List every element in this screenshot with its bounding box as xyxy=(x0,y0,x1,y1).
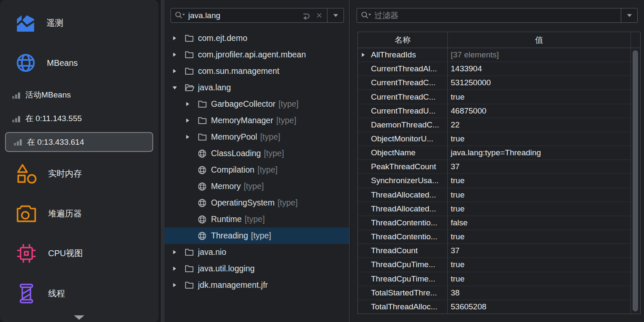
attribute-name: TotalStartedThre... xyxy=(371,288,437,298)
expand-arrow-icon[interactable] xyxy=(171,265,184,272)
expand-arrow-icon[interactable] xyxy=(171,282,184,288)
tree-item-jdk-management-jfr[interactable]: jdk.management.jfr xyxy=(165,277,349,293)
search-clear-x-icon[interactable] xyxy=(315,11,324,20)
filter-options-dropdown-button[interactable] xyxy=(621,8,637,22)
tree-item-java-util-logging[interactable]: java.util.logging xyxy=(165,260,349,277)
expand-arrow-icon[interactable] xyxy=(184,134,197,140)
sidebar-item-threads[interactable]: 线程 xyxy=(15,282,155,305)
attribute-row[interactable]: AllThreadIds[37 elements] xyxy=(358,48,630,62)
globe-icon xyxy=(197,198,211,208)
folder-open-icon xyxy=(184,82,198,93)
sidebar: 线程CPU视图堆遍历器实时内存在 0:13.433.614在 0:11.143.… xyxy=(0,0,159,322)
folder-icon xyxy=(184,280,198,290)
sidebar-item-telemetries[interactable]: 遥测 xyxy=(15,12,155,34)
column-header-name[interactable]: 名称 xyxy=(358,32,448,48)
expand-arrow-icon[interactable] xyxy=(360,52,366,58)
sidebar-item-label: 在 0:13.433.614 xyxy=(27,137,84,148)
attribute-value: 531250000 xyxy=(448,76,630,89)
tree-item-com-jprofiler-api-agent-mbean[interactable]: com.jprofiler.api.agent.mbean xyxy=(165,46,349,63)
tree-item-memory[interactable]: Memory[type] xyxy=(165,178,349,195)
attribute-name: ThreadCpuTime... xyxy=(371,274,435,284)
attribute-row[interactable]: CurrentThreadC...531250000 xyxy=(358,76,630,89)
tree-item-java-lang[interactable]: java.lang xyxy=(165,79,349,96)
table-header-row: 名称 值 xyxy=(358,32,640,48)
filter-input[interactable] xyxy=(374,11,621,20)
folder-icon xyxy=(184,49,198,60)
attribute-value: true xyxy=(448,202,630,216)
sidebar-more-chevron-down-icon[interactable] xyxy=(73,315,85,320)
expand-arrow-icon[interactable] xyxy=(184,101,197,107)
attribute-row[interactable]: TotalThreadAlloc...53605208 xyxy=(358,300,630,314)
attribute-value: 37 xyxy=(448,244,630,257)
bar-chart-icon xyxy=(12,114,21,123)
attribute-row[interactable]: ThreadCpuTime...true xyxy=(358,272,630,286)
expand-arrow-icon[interactable] xyxy=(184,117,197,124)
tree-item-java-nio[interactable]: java.nio xyxy=(165,244,349,260)
sidebar-item-mbeans[interactable]: MBeans xyxy=(15,52,155,74)
tree-item-memorypool[interactable]: MemoryPool[type] xyxy=(165,129,349,145)
globe-icon xyxy=(197,165,211,175)
attribute-value: true xyxy=(448,174,630,187)
attribute-row[interactable]: CurrentThreadAl...1433904 xyxy=(358,62,630,76)
column-header-value[interactable]: 值 xyxy=(448,32,630,48)
attribute-row[interactable]: ThreadContentio...true xyxy=(358,230,630,244)
attribute-row[interactable]: ThreadCount37 xyxy=(358,244,630,257)
attribute-row[interactable]: CurrentThreadC...true xyxy=(358,89,630,103)
expand-arrow-icon[interactable] xyxy=(171,68,184,74)
tree-item-classloading[interactable]: ClassLoading[type] xyxy=(165,145,349,162)
globe-icon xyxy=(197,149,211,159)
collapse-arrow-icon[interactable] xyxy=(171,84,184,91)
attribute-row[interactable]: ObjectNamejava.lang:type=Threading xyxy=(358,146,630,160)
folder-icon xyxy=(184,247,198,257)
attribute-row[interactable]: ThreadCpuTime...true xyxy=(358,257,630,271)
scrollbar-thumb[interactable] xyxy=(633,50,638,311)
tree-search-input[interactable] xyxy=(188,11,301,20)
tree-item-com-sun-management[interactable]: com.sun.management xyxy=(165,63,349,79)
sidebar-item-heap-walker[interactable]: 堆遍历器 xyxy=(15,202,155,225)
folder-icon xyxy=(197,132,211,142)
expand-arrow-icon[interactable] xyxy=(171,249,184,255)
attribute-name: AllThreadIds xyxy=(371,50,416,60)
attribute-name: ObjectMonitorU... xyxy=(371,134,433,143)
tree-item-compilation[interactable]: Compilation[type] xyxy=(165,162,349,178)
attribute-value: true xyxy=(448,90,630,103)
panel-edge-divider[interactable] xyxy=(349,0,350,322)
tree-item-runtime[interactable]: Runtime[type] xyxy=(165,211,349,227)
attribute-name: TotalThreadAlloc... xyxy=(371,302,437,311)
sidebar-item-cpu-views[interactable]: CPU视图 xyxy=(15,242,155,265)
attribute-name: ThreadCount xyxy=(371,246,418,255)
cpu-icon xyxy=(15,242,38,265)
tree-item-memorymanager[interactable]: MemoryManager[type] xyxy=(165,112,349,129)
attribute-name: CurrentThreadC... xyxy=(371,92,436,102)
expand-arrow-icon[interactable] xyxy=(171,51,184,58)
attribute-row[interactable]: TotalStartedThre...38 xyxy=(358,286,630,300)
attribute-value: true xyxy=(448,258,630,271)
sidebar-item-live-memory[interactable]: 实时内存 xyxy=(15,162,155,185)
attribute-row[interactable]: PeakThreadCount37 xyxy=(358,160,630,173)
tree-item-com-ejt-demo[interactable]: com.ejt.demo xyxy=(165,30,349,46)
spool-icon xyxy=(15,282,38,305)
tree-item-operatingsystem[interactable]: OperatingSystem[type] xyxy=(165,195,349,211)
tree-item-garbagecollector[interactable]: GarbageCollector[type] xyxy=(165,96,349,112)
filter-box xyxy=(357,8,638,23)
attribute-row[interactable]: ThreadAllocated...true xyxy=(358,202,630,216)
attribute-row[interactable]: ThreadContentio...false xyxy=(358,216,630,230)
attribute-row[interactable]: SynchronizerUsa...true xyxy=(358,173,630,187)
attribute-row[interactable]: DaemonThreadC...22 xyxy=(358,118,630,132)
sidebar-item-at-0-11-143-555[interactable]: 在 0:11.143.555 xyxy=(12,114,155,123)
sidebar-item-label: CPU视图 xyxy=(48,248,83,259)
sidebar-item-active-mbeans[interactable]: 活动MBeans xyxy=(12,90,155,100)
vertical-scrollbar[interactable] xyxy=(630,48,640,314)
bar-chart-icon xyxy=(14,138,22,146)
attribute-name: ThreadContentio... xyxy=(371,218,437,227)
table-body: AllThreadIds[37 elements]CurrentThreadAl… xyxy=(358,48,640,314)
attribute-row[interactable]: CurrentThreadU...46875000 xyxy=(358,104,630,118)
attribute-row[interactable]: ObjectMonitorU...true xyxy=(358,132,630,146)
tree-item-threading[interactable]: Threading[type] xyxy=(165,227,349,244)
attribute-row[interactable]: ThreadAllocated...true xyxy=(358,188,630,202)
panel-divider[interactable] xyxy=(161,0,165,322)
expand-arrow-icon[interactable] xyxy=(171,35,184,41)
search-wrap-around-icon[interactable] xyxy=(301,11,311,20)
search-options-dropdown-button[interactable] xyxy=(327,8,344,22)
sidebar-item-at-0-13-433-614[interactable]: 在 0:13.433.614 xyxy=(5,132,153,152)
